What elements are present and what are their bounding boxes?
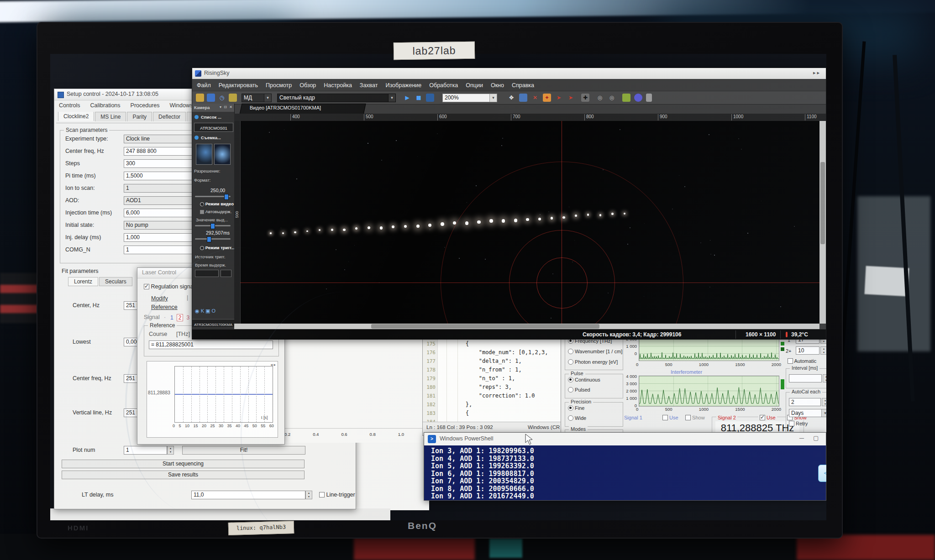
circle-icon-2[interactable]: ◎ bbox=[608, 94, 616, 102]
video-mode-radio[interactable]: Режим видео bbox=[200, 201, 234, 206]
pi-time-input[interactable]: 1,5000 bbox=[124, 172, 202, 180]
checkbox-icon[interactable] bbox=[662, 415, 668, 420]
radio-selected-icon[interactable] bbox=[568, 377, 573, 382]
radio-icon[interactable] bbox=[568, 387, 573, 393]
injection-time-input[interactable]: 6,000 bbox=[124, 209, 202, 217]
risingsky-menubar[interactable]: ФайлРедактироватьПросмотрОбзорНастройкаЗ… bbox=[197, 81, 822, 90]
plugin-icon[interactable] bbox=[622, 94, 630, 102]
radio-icon[interactable] bbox=[568, 349, 573, 354]
plot-num-stepper[interactable] bbox=[167, 446, 174, 455]
setup-menu-item[interactable]: Procedures bbox=[131, 102, 160, 109]
checkbox-icon[interactable] bbox=[685, 415, 691, 420]
file-icon[interactable] bbox=[646, 94, 652, 102]
signal-option[interactable]: 2 bbox=[177, 314, 184, 321]
signal2-use-checkbox[interactable]: Use bbox=[758, 415, 777, 420]
slider-thumb[interactable] bbox=[224, 194, 229, 200]
camera-name-item[interactable]: ATR3CMOS01 bbox=[194, 123, 233, 132]
fit-tab[interactable]: Lorentz bbox=[68, 277, 98, 286]
play-icon[interactable]: ▶ bbox=[403, 94, 411, 102]
vscrollbar[interactable] bbox=[819, 121, 826, 324]
gallery-icon[interactable] bbox=[229, 94, 237, 102]
maximize-icon[interactable]: ▢ bbox=[813, 434, 819, 441]
chevron-down-icon[interactable]: ▾ bbox=[489, 94, 497, 102]
autocal-stepper[interactable] bbox=[822, 398, 826, 406]
preview-image-icon[interactable] bbox=[519, 94, 527, 102]
checkbox-icon[interactable] bbox=[200, 210, 204, 214]
setup-menu-item[interactable]: Calibrations bbox=[90, 102, 121, 109]
risingsky-menu-item[interactable]: Изображение bbox=[386, 82, 422, 89]
chevron-down-icon[interactable]: ▾ bbox=[821, 409, 826, 417]
signal1-use-checkbox[interactable]: Use bbox=[662, 415, 678, 420]
lt-delay-stepper[interactable] bbox=[305, 491, 312, 499]
close-icon[interactable]: ✕ bbox=[229, 105, 232, 109]
snapshot-icon[interactable] bbox=[426, 94, 434, 102]
comg-n-input[interactable]: 1 bbox=[124, 246, 202, 254]
chevron-down-icon[interactable]: ▾ bbox=[264, 94, 271, 102]
automatic-checkbox[interactable]: Automatic bbox=[788, 358, 816, 364]
channel2-stepper[interactable] bbox=[820, 346, 826, 355]
risingsky-menu-item[interactable]: Просмотр bbox=[266, 82, 292, 89]
history-icon[interactable]: ◷ bbox=[218, 94, 226, 102]
hscrollbar[interactable] bbox=[234, 324, 819, 329]
radio-selected-icon[interactable] bbox=[568, 405, 573, 411]
channel2-input[interactable]: 10 bbox=[796, 346, 819, 355]
checkbox-checked-icon[interactable] bbox=[144, 284, 149, 289]
trigger-field-1[interactable] bbox=[195, 270, 219, 277]
reference-link[interactable]: Reference bbox=[151, 304, 178, 310]
radio-icon[interactable] bbox=[568, 359, 573, 365]
setup-menu-item[interactable]: Controls bbox=[59, 102, 80, 109]
gain-slider[interactable] bbox=[195, 196, 231, 197]
course-value-field[interactable]: = 811,288825001 bbox=[149, 340, 273, 349]
risingsky-menu-item[interactable]: Обработка bbox=[429, 82, 458, 89]
risingsky-menu-item[interactable]: Редактировать bbox=[219, 82, 258, 89]
trigger-field-2[interactable] bbox=[221, 270, 231, 277]
checkbox-icon[interactable] bbox=[788, 358, 793, 364]
thumbnail-1[interactable] bbox=[196, 144, 212, 165]
trigger-mode-radio[interactable]: Режим тригг... bbox=[200, 245, 235, 250]
retry-checkbox[interactable]: Retry bbox=[789, 421, 808, 426]
camera-list-button[interactable]: Список ... bbox=[201, 115, 221, 120]
settings-icon[interactable] bbox=[634, 94, 642, 102]
thumbnail-2[interactable] bbox=[214, 144, 231, 165]
setup-tab[interactable]: MS Line bbox=[95, 112, 126, 121]
slider-thumb[interactable] bbox=[207, 236, 211, 242]
interval-stepper[interactable] bbox=[823, 374, 826, 382]
dock-header[interactable]: Камера ▾ ⊡ ✕ bbox=[192, 104, 234, 112]
pulse-continuous-radio[interactable]: Continuous bbox=[568, 377, 600, 382]
line-trigger-checkbox[interactable]: Line-trigger bbox=[319, 492, 355, 498]
risingsky-menu-item[interactable]: Файл bbox=[197, 82, 211, 89]
checkbox-checked-icon[interactable] bbox=[760, 415, 765, 420]
save-icon[interactable] bbox=[207, 94, 215, 102]
chevron-right-icon[interactable]: ▸ ▸ bbox=[813, 70, 819, 76]
powershell-body[interactable]: Ion 3, AOD 1: 198209963.0 Ion 4, AOD 1: … bbox=[424, 445, 826, 500]
modify-link[interactable]: Modify bbox=[151, 295, 168, 302]
pan-hand-icon[interactable]: ✥ bbox=[507, 94, 515, 102]
signal1-show-checkbox[interactable]: Show bbox=[685, 415, 705, 420]
overlay-arrow-icon[interactable]: ◁ bbox=[818, 465, 826, 482]
minimize-icon[interactable]: ─ bbox=[799, 434, 804, 442]
signal-option[interactable]: 3 bbox=[186, 314, 189, 321]
precision-wide-radio[interactable]: Wide bbox=[568, 415, 586, 421]
radio-icon[interactable] bbox=[200, 246, 204, 250]
precision-fine-radio[interactable]: Fine bbox=[568, 405, 584, 411]
autocal-input[interactable]: 2 bbox=[789, 398, 821, 406]
pause-icon[interactable]: ▮▮ bbox=[414, 94, 422, 102]
lt-delay-input[interactable]: 11,0 bbox=[191, 491, 305, 499]
slider-thumb[interactable] bbox=[210, 223, 215, 229]
center-freq-input[interactable]: 247 888 800 bbox=[124, 147, 202, 156]
move-cross-icon[interactable]: ✚ bbox=[581, 94, 589, 102]
dock-bottom-tab[interactable]: ATR3CMOS01700KMA bbox=[192, 319, 234, 327]
steps-input[interactable]: 300 bbox=[124, 159, 202, 168]
zoom-select[interactable]: 200%▾ bbox=[442, 94, 497, 102]
pulse-pulsed-radio[interactable]: Pulsed bbox=[568, 387, 590, 393]
open-folder-icon[interactable] bbox=[196, 94, 204, 102]
radio-selected-icon[interactable] bbox=[200, 202, 204, 206]
risingsky-menu-item[interactable]: Справка bbox=[512, 82, 534, 89]
plot-num-input[interactable]: 1 bbox=[124, 446, 167, 455]
camera-mode-select[interactable]: МД▾ bbox=[242, 94, 272, 102]
radio-icon[interactable] bbox=[568, 415, 573, 421]
arrow-red-icon-2[interactable]: ➤ bbox=[567, 94, 575, 102]
autocal-unit-select[interactable]: Days▾ bbox=[789, 409, 826, 417]
interval-input[interactable] bbox=[789, 374, 822, 382]
auto-exposure-checkbox[interactable]: Автовыдерж. bbox=[200, 209, 231, 214]
